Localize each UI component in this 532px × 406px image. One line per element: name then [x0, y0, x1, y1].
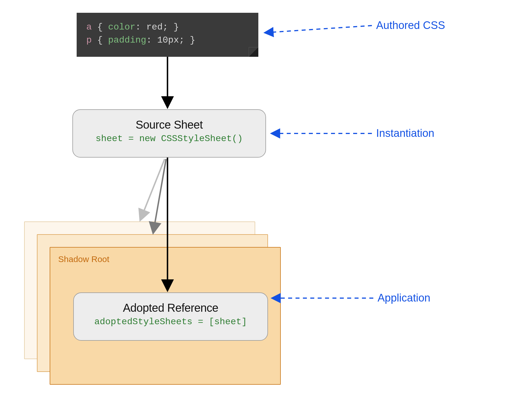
code-value: red [146, 22, 163, 32]
code-property: color [108, 22, 135, 32]
page-fold-icon [249, 47, 258, 57]
annotation-authored-css: Authored CSS [376, 19, 445, 32]
shadow-root-label: Shadow Root [58, 254, 109, 264]
arrow-source-to-shadowroot-back [141, 159, 165, 219]
code-selector: a [86, 22, 92, 32]
diagram-stage: a { color: red; } p { padding: 10px; } S… [0, 0, 532, 406]
code-selector: p [86, 35, 92, 45]
source-sheet-box: Source Sheet sheet = new CSSStyleSheet() [72, 109, 266, 158]
code-brace-close: } [190, 35, 195, 45]
code-line-2: p { padding: 10px; } [86, 34, 249, 47]
adopted-reference-box: Adopted Reference adoptedStyleSheets = [… [73, 292, 268, 341]
adopted-reference-code: adoptedStyleSheets = [sheet] [74, 317, 267, 327]
source-sheet-code: sheet = new CSSStyleSheet() [73, 133, 265, 144]
code-brace-close: } [173, 22, 179, 32]
adopted-reference-title: Adopted Reference [74, 302, 267, 314]
annotation-application: Application [378, 292, 430, 304]
annotation-arrow-authored-css [265, 26, 372, 33]
code-line-1: a { color: red; } [86, 21, 249, 34]
code-property: padding [108, 35, 146, 45]
annotation-instantiation: Instantiation [376, 127, 434, 139]
code-block-authored-css: a { color: red; } p { padding: 10px; } [77, 13, 258, 57]
code-value: 10px [157, 35, 179, 45]
source-sheet-title: Source Sheet [73, 118, 265, 131]
